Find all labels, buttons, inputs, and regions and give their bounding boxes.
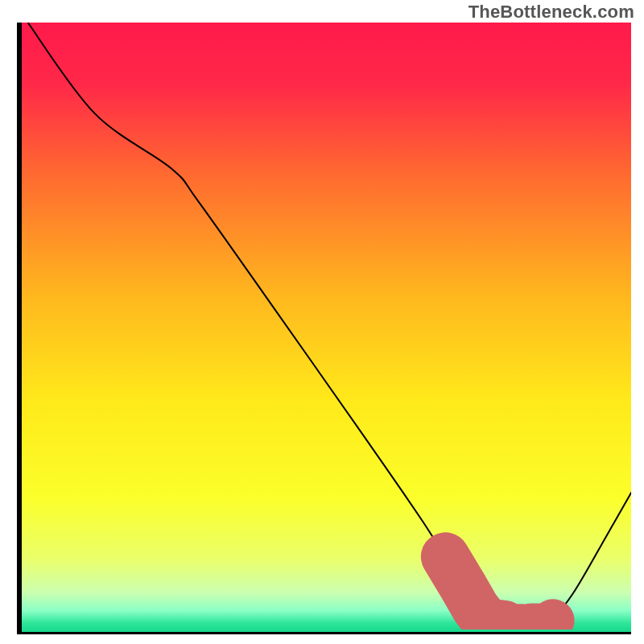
highlight-segment [445,557,504,625]
highlight-segment [552,621,554,621]
curve-path [28,23,631,626]
bottleneck-curve [22,23,631,630]
attribution-text: TheBottleneck.com [469,2,634,23]
bottleneck-chart [17,23,631,634]
